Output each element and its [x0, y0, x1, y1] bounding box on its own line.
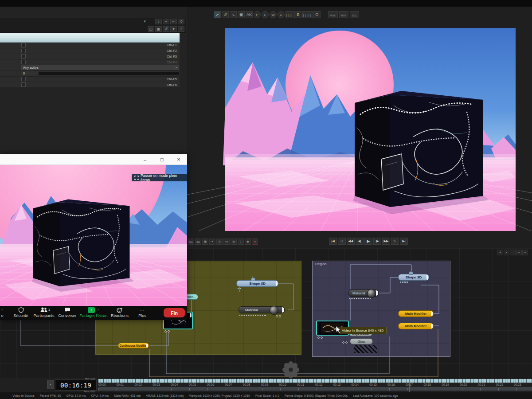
toolbar-item-security[interactable]: Sécurité	[8, 307, 34, 318]
checkbox[interactable]	[21, 60, 26, 64]
timeline-ruler[interactable]: 00:0000:0100:0200:0300:0400:0500:0600:07…	[98, 379, 532, 391]
toolbar-item-chat[interactable]: Converser	[54, 307, 81, 318]
zoom-titlebar[interactable]: – ▢ ×	[0, 154, 187, 165]
transport-button[interactable]: ▶	[364, 238, 372, 245]
toolbar-item-share-screen[interactable]: ↑ ^ Partager l'écran	[80, 307, 107, 318]
transport-button[interactable]: ▶|	[400, 238, 408, 245]
property-row: Ctrl-F2	[0, 48, 180, 54]
transport-button[interactable]: |▶	[373, 238, 381, 245]
close-button[interactable]: ×	[170, 154, 187, 165]
view-tool-button[interactable]: +	[497, 250, 503, 255]
panel-tool-icon[interactable]: ♥	[170, 26, 177, 32]
value-bar[interactable]	[39, 72, 179, 75]
panel-tool-icon[interactable]: ▼	[141, 19, 148, 24]
toolbar-item-more[interactable]: ⋯ Plus	[129, 307, 156, 318]
checkbox[interactable]	[21, 43, 26, 47]
timecode-display[interactable]: 00:16:19	[55, 379, 97, 391]
viewport-option-icon[interactable]: ✶	[209, 239, 215, 245]
toolbar-item-participants[interactable]: 1 Participants	[31, 307, 57, 318]
chevron-up-icon[interactable]: ^	[98, 308, 99, 312]
transport-button[interactable]: ◁	[338, 238, 346, 245]
number-input[interactable]: 0	[21, 71, 39, 75]
viewport-option-icon[interactable]: ▭	[223, 239, 230, 245]
shortcut-label: Ctrl-F6	[167, 83, 177, 87]
transport-button[interactable]: ▷	[391, 238, 399, 245]
chevron-up-icon[interactable]: ^	[1, 307, 3, 313]
minimize-button[interactable]: –	[137, 154, 153, 165]
render-viewport[interactable]	[225, 28, 516, 231]
viewport-option-icon[interactable]: ◍	[231, 239, 237, 245]
toolbar-badge-button[interactable]: O	[313, 11, 321, 18]
property-row: Ctrl-F4	[0, 59, 180, 65]
toolbar-bars-button[interactable]: ||||	[286, 11, 293, 18]
tick-label: 00:07	[225, 383, 243, 387]
viewport-option-icon[interactable]: ⊗	[252, 239, 258, 245]
toolbar-bars-button[interactable]: |||||	[302, 11, 312, 18]
panel-tool-icon[interactable]: ▣	[155, 26, 162, 32]
checkbox[interactable]	[21, 82, 26, 87]
toolbar-icon-button[interactable]: ↘	[230, 11, 237, 18]
timeline-keyframe-band[interactable]	[98, 379, 532, 383]
toolbar-badge-button[interactable]: C	[278, 11, 285, 18]
timeline-marker-button[interactable]: ▪	[47, 380, 54, 389]
fullscreen-button[interactable]: Passer en mode plein écran	[132, 174, 187, 181]
lock-button[interactable]: ROT	[339, 11, 349, 18]
toolbar-icon-button[interactable]: ↺	[222, 11, 229, 18]
playhead[interactable]	[409, 379, 410, 392]
panel-tool-icon[interactable]: ↓	[155, 19, 162, 24]
node-math-modifier-2[interactable]: Math Modifier	[398, 323, 434, 329]
node-ports	[317, 336, 323, 339]
maximize-button[interactable]: ▢	[153, 154, 170, 165]
end-meeting-button[interactable]: Fin	[164, 308, 185, 317]
viewport-option-icon[interactable]: ▦	[202, 239, 208, 245]
toolbar-badge-button[interactable]: AK	[246, 11, 253, 18]
transform-lock-buttons: POSROTSCL	[328, 11, 359, 18]
status-item: Pixel Scale: 1 x 1	[255, 394, 279, 397]
toolbar-badge-button[interactable]: L	[262, 11, 269, 18]
checkbox[interactable]	[21, 77, 26, 81]
node-math-modifier-1[interactable]: Math Modifier	[398, 310, 434, 317]
view-tool-button[interactable]: −	[522, 250, 528, 255]
panel-tool-icon[interactable]: ↺	[178, 19, 184, 24]
gear-icon[interactable]	[282, 361, 299, 378]
dropdown-select[interactable]: Any active▼	[21, 65, 179, 70]
viewport-option-icon[interactable]: ◉	[245, 239, 251, 245]
view-tool-button[interactable]: =	[510, 250, 516, 255]
panel-tool-icon[interactable]: ⋯	[170, 19, 177, 24]
node-shape3d-purple[interactable]: Shape 3D	[398, 274, 429, 281]
checkbox[interactable]	[21, 49, 26, 53]
node-continuous-modifier[interactable]: Continuous Modifier	[118, 343, 149, 348]
node-output-cap	[376, 290, 378, 296]
transport-button[interactable]: ◀◀	[347, 238, 355, 245]
tick-label: 00:01	[117, 383, 135, 387]
selected-property-row[interactable]	[0, 33, 180, 43]
node-shape3d-olive[interactable]: Shape 3D	[236, 280, 278, 287]
main-toolbar: ↗↺↘▣AKPLWC||||S|||||O	[214, 11, 321, 18]
view-tool-button[interactable]: ×	[504, 250, 509, 255]
transport-button[interactable]: ▶▶	[382, 238, 390, 245]
checkbox[interactable]	[21, 54, 26, 59]
viewport-option-icon[interactable]: ◎	[216, 239, 223, 245]
panel-tool-icon[interactable]: ↺	[163, 26, 169, 32]
node-glow[interactable]: Glow	[350, 338, 373, 344]
viewport-option-icon[interactable]: NG	[188, 239, 194, 245]
view-tool-button[interactable]: +	[516, 250, 522, 255]
toolbar-badge-button[interactable]: P	[254, 11, 261, 18]
lock-button[interactable]: POS	[328, 11, 338, 18]
panel-tool-icon[interactable]: ▢	[148, 26, 154, 32]
viewport-option-icon[interactable]: 3D	[195, 239, 201, 245]
transport-button[interactable]: ◀|	[356, 238, 364, 245]
toolbar-icon-button[interactable]: ▣	[238, 11, 245, 18]
toolbar-icon-button[interactable]: ↗	[214, 11, 221, 18]
lock-button[interactable]: SCL	[350, 11, 359, 18]
panel-tool-icon[interactable]: ?	[178, 26, 184, 32]
node-output-cap	[282, 307, 284, 313]
panel-tool-icon[interactable]: +	[163, 19, 169, 24]
transport-button[interactable]: |◀	[329, 238, 337, 245]
toolbar-badge-button[interactable]: S	[294, 11, 301, 18]
viewport-option-icon[interactable]: ▪	[238, 239, 244, 245]
toolbar-badge-button[interactable]: W	[270, 11, 277, 18]
zoom-meeting-window[interactable]: – ▢ ×	[0, 154, 187, 320]
vaporwave-scene	[225, 28, 516, 231]
timeline-scroll-band[interactable]	[98, 387, 532, 391]
